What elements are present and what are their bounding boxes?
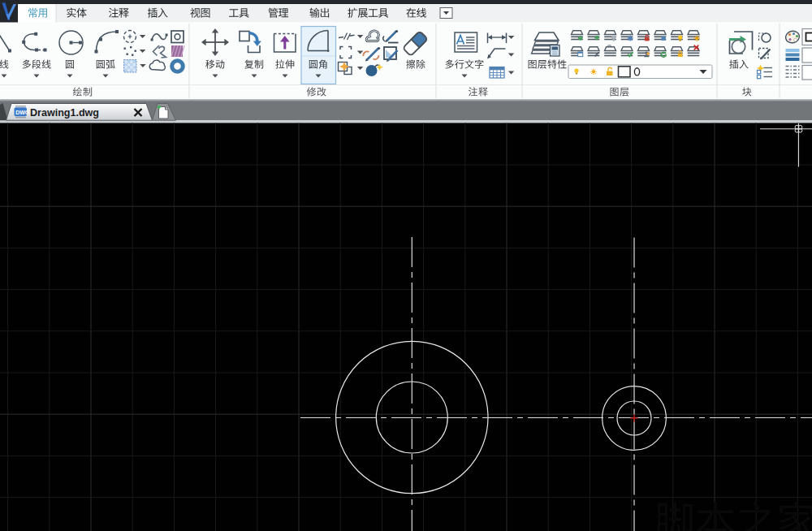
svg-text:DWG: DWG bbox=[15, 110, 30, 115]
svg-text:Drawing1.dwg: Drawing1.dwg bbox=[30, 106, 99, 119]
